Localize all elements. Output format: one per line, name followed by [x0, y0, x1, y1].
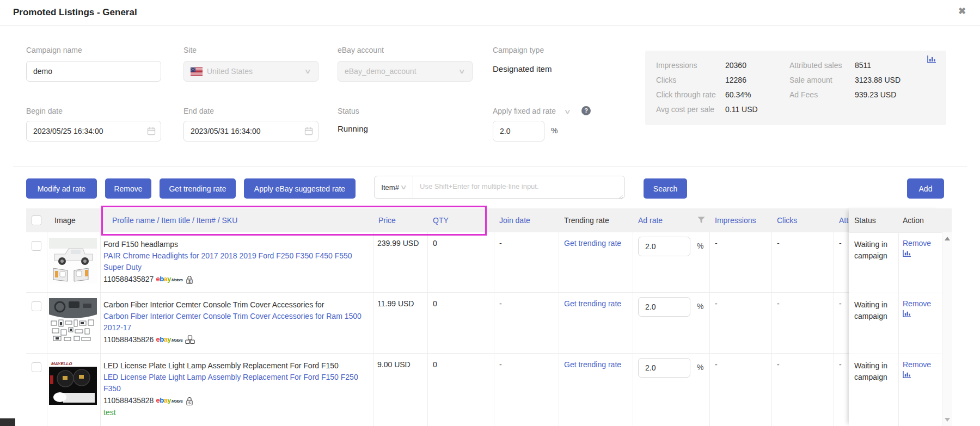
select-all-checkbox[interactable] — [32, 215, 41, 225]
promoted-listings-dialog: Promoted Listings - General ✖ Campaign n… — [0, 0, 980, 426]
col-status: Status — [854, 208, 876, 232]
search-type-select[interactable]: Item# ∨ — [374, 176, 413, 199]
action-cell: Remove — [903, 299, 938, 319]
chevron-down-icon: ∨ — [304, 67, 312, 75]
scroll-up-icon[interactable] — [945, 237, 950, 240]
impressions-label: Impressions — [656, 61, 697, 70]
get-trending-rate-button[interactable]: Get trending rate — [160, 178, 236, 199]
scroll-down-icon[interactable] — [945, 418, 950, 422]
col-join-date[interactable]: Join date — [499, 208, 530, 232]
percent-unit: % — [697, 363, 703, 372]
ebay-account-label: eBay account — [338, 46, 384, 54]
row-checkbox[interactable] — [32, 301, 41, 311]
ad-rate-input[interactable] — [638, 297, 690, 317]
join-date-cell: - — [499, 239, 502, 248]
col-action: Action — [903, 208, 924, 232]
listing-text: LED License Plate Light Lamp Assembly Re… — [103, 360, 371, 418]
product-image[interactable] — [49, 298, 97, 344]
listing-text: Carbon Fiber Interior Cemter Console Tri… — [103, 299, 371, 346]
fixed-ad-rate-label[interactable]: Apply fixed ad rate — [493, 107, 556, 115]
ebay-motors-logo[interactable]: ebayMotors — [156, 334, 182, 346]
attributed-sales-value: 8511 — [855, 61, 871, 70]
row-checkbox[interactable] — [32, 362, 41, 372]
chevron-down-icon[interactable]: ∨ — [564, 108, 571, 115]
add-button[interactable]: Add — [907, 178, 944, 199]
col-profile-title-item-sku[interactable]: Profile name / Item title / Item# / SKU — [112, 208, 237, 232]
impressions-value: 20360 — [725, 61, 746, 70]
bottom-left-artifact — [0, 418, 15, 426]
get-trending-rate-link[interactable]: Get trending rate — [564, 239, 621, 248]
campaign-name-input[interactable] — [26, 61, 161, 82]
filter-icon[interactable] — [697, 217, 705, 225]
col-ad-rate[interactable]: Ad rate — [638, 208, 663, 232]
apply-ebay-suggested-rate-button[interactable]: Apply eBay suggested rate — [244, 178, 356, 199]
chevron-down-icon: ∨ — [400, 183, 407, 191]
begin-date-input[interactable] — [26, 121, 161, 141]
product-image[interactable] — [49, 238, 97, 283]
end-date-label: End date — [183, 107, 214, 115]
ad-rate-input[interactable] — [638, 237, 690, 256]
attributed-cell: - — [839, 239, 842, 248]
col-image: Image — [54, 208, 76, 232]
item-title-link[interactable]: Carbon Fiber Interior Cemter Console Tri… — [103, 311, 371, 334]
fixed-ad-rate-input[interactable] — [493, 121, 544, 141]
begin-date-field[interactable] — [26, 121, 161, 141]
search-button[interactable]: Search — [644, 178, 687, 199]
row-chart-icon[interactable] — [903, 371, 911, 380]
item-title-link[interactable]: LED License Plate Light Lamp Assembly Re… — [103, 372, 371, 394]
impressions-cell: - — [715, 360, 718, 369]
col-clicks[interactable]: Clicks — [777, 208, 797, 232]
get-trending-rate-link[interactable]: Get trending rate — [564, 360, 621, 369]
item-number: 110588435827 — [103, 274, 154, 285]
row-chart-icon[interactable] — [903, 310, 911, 319]
price-cell: 11.99 USD — [377, 299, 414, 308]
get-trending-rate-link[interactable]: Get trending rate — [564, 299, 621, 308]
variations-icon[interactable] — [185, 335, 195, 344]
end-date-field[interactable] — [183, 121, 318, 141]
price-lock-icon[interactable]: $ — [185, 275, 194, 285]
join-date-cell: - — [499, 299, 502, 308]
action-cell: Remove — [903, 360, 938, 380]
row-checkbox[interactable] — [32, 241, 41, 251]
help-icon[interactable]: ? — [581, 106, 591, 115]
table-header: Image Profile name / Item title / Item# … — [26, 208, 952, 232]
modify-ad-rate-button[interactable]: Modify ad rate — [26, 178, 97, 199]
col-price[interactable]: Price — [378, 208, 396, 232]
site-label: Site — [183, 46, 197, 54]
bar-chart-icon[interactable] — [927, 55, 936, 65]
table-scrollbar[interactable] — [942, 232, 952, 426]
col-qty[interactable]: QTY — [433, 208, 449, 232]
profile-name: Ford F150 headlamps — [103, 239, 371, 250]
search-input[interactable] — [413, 176, 625, 199]
sale-amount-value: 3123.88 USD — [855, 76, 901, 84]
ebay-account-select[interactable]: eBay_demo_account ∨ — [338, 61, 473, 82]
qty-cell: 0 — [433, 239, 437, 248]
campaign-type-value: Designated item — [493, 64, 552, 73]
percent-unit: % — [551, 126, 558, 135]
ctr-label: Click through rate — [656, 90, 716, 99]
remove-link[interactable]: Remove — [903, 239, 931, 248]
remove-button[interactable]: Remove — [105, 178, 151, 199]
ebay-motors-logo[interactable]: ebayMotors — [156, 394, 182, 407]
calendar-icon — [147, 126, 156, 137]
item-title-link[interactable]: PAIR Chrome Headlights for 2017 2018 201… — [103, 250, 371, 273]
remove-link[interactable]: Remove — [903, 299, 931, 308]
calendar-icon — [304, 126, 313, 137]
col-impressions[interactable]: Impressions — [715, 208, 756, 232]
product-image[interactable]: MAYELLO — [49, 359, 97, 405]
table-row: Carbon Fiber Interior Cemter Console Tri… — [26, 293, 942, 354]
row-chart-icon[interactable] — [903, 250, 911, 259]
end-date-input[interactable] — [183, 121, 318, 141]
site-select[interactable]: United States ∨ — [183, 61, 318, 82]
ad-rate-input[interactable] — [638, 358, 690, 378]
price-lock-icon[interactable]: $ — [185, 396, 194, 406]
remove-link[interactable]: Remove — [903, 360, 931, 369]
status-cell: Waiting in campaign — [854, 299, 897, 322]
svg-text:$: $ — [188, 400, 191, 405]
chevron-down-icon: ∨ — [458, 67, 466, 75]
ebay-motors-logo[interactable]: ebayMotors — [156, 273, 182, 286]
close-icon[interactable]: ✖ — [958, 5, 966, 17]
begin-date-label: Begin date — [26, 107, 63, 115]
impressions-cell: - — [715, 239, 718, 248]
section-divider — [13, 166, 967, 167]
